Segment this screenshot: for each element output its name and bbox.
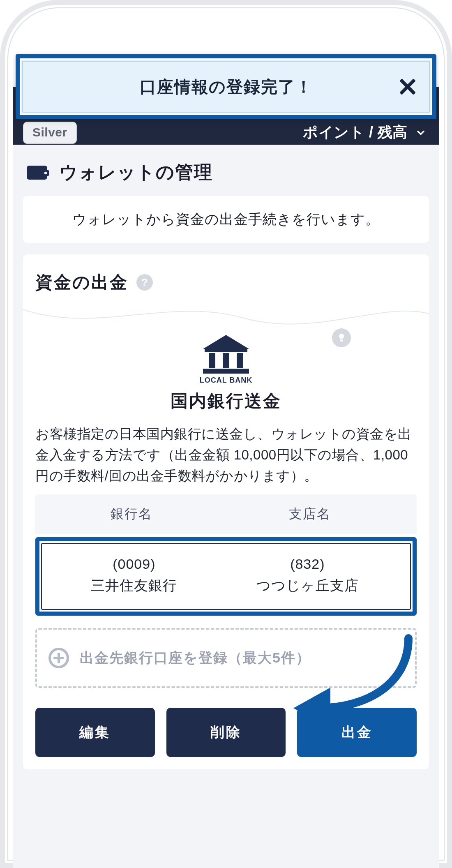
intro-card: ウォレットから資金の出金手続きを行います。 (23, 196, 429, 243)
action-buttons: 編集 削除 出金 (35, 708, 417, 757)
points-balance-link[interactable]: ポイント / 残高 (303, 122, 427, 143)
svg-rect-6 (223, 353, 229, 368)
plus-circle-icon (48, 648, 69, 668)
content-area: ウォレットの管理 ウォレットから資金の出金手続きを行います。 資金の出金 ? (13, 145, 439, 868)
section-title: 資金の出金 (35, 271, 128, 294)
bank-account-table: 銀行名 支店名 (0009) 三井住友銀行 (832) つつじヶ丘支店 (35, 494, 417, 688)
delete-button[interactable]: 削除 (166, 708, 286, 757)
app-screen: Silver ポイント / 残高 口座情報の登録完了！ ウォレットの管理 (13, 13, 439, 868)
svg-point-2 (44, 171, 47, 174)
bank-name: 三井住友銀行 (53, 576, 216, 595)
table-header: 銀行名 支店名 (35, 494, 417, 534)
table-row[interactable]: (0009) 三井住友銀行 (832) つつじヶ丘支店 (41, 543, 411, 610)
bank-logo: LOCAL BANK (35, 334, 417, 385)
wallet-icon (26, 164, 49, 181)
svg-rect-11 (53, 657, 64, 659)
lightbulb-icon[interactable] (332, 328, 351, 347)
edit-button[interactable]: 編集 (35, 708, 155, 757)
bank-block: LOCAL BANK 国内銀行送金 お客様指定の日本国内銀行に送金し、ウォレット… (35, 334, 417, 757)
decorative-wave (23, 305, 429, 330)
add-bank-label: 出金先銀行口座を登録（最大5件） (80, 649, 311, 667)
bank-code: (0009) (53, 556, 216, 572)
cell-branch: (832) つつじヶ丘支店 (216, 556, 399, 595)
add-bank-account-row[interactable]: 出金先銀行口座を登録（最大5件） (35, 628, 417, 688)
chevron-down-icon (415, 127, 427, 139)
toast-banner-wrap: 口座情報の登録完了！ (13, 54, 439, 119)
bank-icon (201, 334, 251, 375)
close-icon[interactable] (398, 77, 417, 97)
help-icon[interactable]: ? (136, 274, 153, 291)
page-title: ウォレットの管理 (59, 160, 213, 185)
table-row-highlight: (0009) 三井住友銀行 (832) つつじヶ丘支店 (35, 537, 417, 616)
bank-logo-label: LOCAL BANK (200, 376, 253, 385)
svg-rect-4 (205, 349, 247, 352)
svg-rect-8 (203, 369, 249, 374)
svg-marker-3 (203, 335, 249, 349)
toast-banner: 口座情報の登録完了！ (16, 54, 436, 119)
tier-badge: Silver (23, 122, 77, 144)
page-title-row: ウォレットの管理 (26, 160, 429, 185)
toast-inner-border (22, 61, 430, 113)
points-balance-label: ポイント / 残高 (303, 122, 408, 143)
bank-method-description: お客様指定の日本国内銀行に送金し、ウォレットの資金を出金入金する方法です（出金金… (35, 423, 417, 486)
branch-name: つつじヶ丘支店 (216, 576, 399, 595)
col-branch-name: 支店名 (215, 505, 404, 523)
col-bank-name: 銀行名 (48, 505, 215, 523)
intro-text: ウォレットから資金の出金手続きを行います。 (72, 211, 380, 227)
svg-rect-7 (237, 353, 243, 368)
cell-bank: (0009) 三井住友銀行 (53, 556, 216, 595)
bank-method-title: 国内銀行送金 (35, 390, 417, 413)
section-title-row: 資金の出金 ? (35, 271, 417, 294)
branch-code: (832) (216, 556, 399, 572)
withdraw-button[interactable]: 出金 (297, 708, 417, 757)
withdraw-card: 資金の出金 ? (23, 254, 429, 769)
svg-rect-5 (209, 353, 215, 368)
